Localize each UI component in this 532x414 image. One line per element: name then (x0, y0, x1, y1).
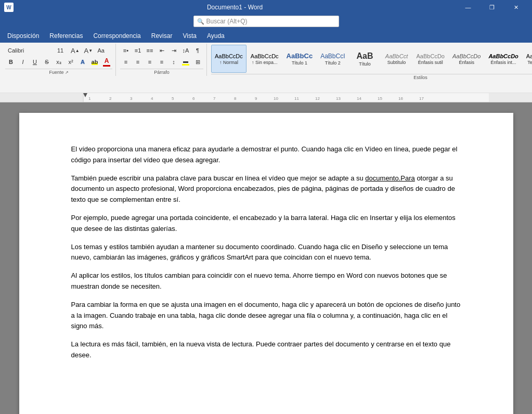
restore-button[interactable]: ❐ (480, 0, 504, 15)
menu-vista[interactable]: Vista (177, 30, 201, 42)
minimize-button[interactable]: — (456, 0, 480, 15)
line-spacing-btn[interactable]: ↕ (168, 56, 179, 68)
change-case-btn[interactable]: Aa (95, 45, 107, 56)
paragraph-group: ≡• ≡1 ≡≡ ⇤ ⇥ ↕A ¶ ≡ ≡ ≡ ≡ ↕ ▬ ⊞ Párrafo (117, 44, 207, 76)
style-normal[interactable]: AaBbCcDc ↑ Normal (211, 45, 246, 73)
ruler-svg: 1 2 3 4 5 6 7 8 9 10 11 12 13 14 15 16 1… (0, 93, 532, 102)
linked-text: documento.Para (365, 174, 414, 182)
svg-text:10: 10 (274, 96, 278, 101)
document-title: Documento1 - Word (14, 4, 456, 11)
svg-text:9: 9 (255, 96, 257, 101)
justify-btn[interactable]: ≡ (156, 56, 167, 68)
style-titulo1[interactable]: AaBbCc Título 1 (283, 45, 317, 73)
para-row2: ≡ ≡ ≡ ≡ ↕ ▬ ⊞ (120, 56, 203, 68)
paragraph-7: La lectura es más fácil, también, en la … (71, 339, 461, 361)
style-sin-espacio[interactable]: AaBbCcDc ↑ Sin espa... (247, 45, 282, 73)
styles-group-label: Estilos (211, 74, 532, 80)
bullets-btn[interactable]: ≡• (120, 45, 132, 56)
svg-text:6: 6 (192, 96, 195, 101)
svg-text:3: 3 (130, 96, 133, 101)
title-bar-left: W (4, 3, 14, 12)
increase-font-btn[interactable]: A▲ (69, 45, 82, 56)
word-logo: W (4, 3, 14, 12)
window-controls: — ❐ ✕ (456, 0, 528, 15)
document-area: El vídeo proporciona una manera eficaz p… (0, 102, 532, 414)
search-icon: 🔍 (197, 18, 204, 25)
svg-rect-3 (489, 93, 532, 102)
search-bar-area: 🔍 Buscar (Alt+Q) (0, 15, 532, 29)
font-group-label: Fuente ↗ (5, 69, 112, 75)
align-center-btn[interactable]: ≡ (132, 56, 144, 68)
toolbar: Calibri 11 A▲ A▼ Aa B I U S x₂ x² A ab A (0, 43, 532, 93)
style-titulo2[interactable]: AaBbCcI Título 2 (317, 45, 348, 73)
menu-ayuda[interactable]: Ayuda (202, 30, 230, 42)
font-color-btn[interactable]: A (101, 56, 112, 68)
font-size-btn[interactable]: 11 (53, 45, 68, 56)
paragraph-3: Por ejemplo, puede agregar una portada c… (71, 213, 461, 235)
paragraph-6: Para cambiar la forma en que se ajusta u… (71, 300, 461, 332)
para-row1: ≡• ≡1 ≡≡ ⇤ ⇥ ↕A ¶ (120, 45, 203, 56)
menu-disposicion[interactable]: Disposición (2, 30, 44, 42)
font-group: Calibri 11 A▲ A▼ Aa B I U S x₂ x² A ab A (2, 44, 116, 76)
superscript-btn[interactable]: x² (65, 56, 76, 68)
svg-text:8: 8 (234, 96, 237, 101)
numbering-btn[interactable]: ≡1 (132, 45, 144, 56)
style-enfasis[interactable]: AaBbCcDo Énfasis (449, 45, 484, 73)
multilevel-btn[interactable]: ≡≡ (144, 45, 155, 56)
svg-text:1: 1 (88, 96, 91, 101)
style-enfasis-int[interactable]: AaBbCcDo Énfasis int... (485, 45, 522, 73)
svg-text:15: 15 (378, 96, 382, 101)
underline-btn[interactable]: U (29, 56, 41, 68)
svg-text:4: 4 (151, 96, 153, 101)
search-placeholder: Buscar (Alt+Q) (206, 18, 248, 25)
svg-text:7: 7 (213, 96, 216, 101)
svg-text:16: 16 (398, 96, 403, 101)
text-effects-btn[interactable]: A (77, 56, 88, 68)
paragraph-group-label: Párrafo (120, 69, 203, 75)
decrease-font-btn[interactable]: A▼ (82, 45, 95, 56)
style-titulo[interactable]: AaB Título (349, 45, 381, 73)
svg-rect-2 (0, 93, 83, 102)
document-page: El vídeo proporciona una manera eficaz p… (19, 113, 513, 414)
align-right-btn[interactable]: ≡ (144, 56, 155, 68)
paragraph-4: Los temas y estilos también ayudan a man… (71, 242, 461, 264)
style-texto-en[interactable]: AaBbCcDc Texto en n... (523, 45, 532, 73)
increase-indent-btn[interactable]: ⇥ (168, 45, 179, 56)
ruler: 1 2 3 4 5 6 7 8 9 10 11 12 13 14 15 16 1… (0, 93, 532, 102)
svg-text:12: 12 (315, 96, 320, 101)
styles-gallery: AaBbCcDc ↑ Normal AaBbCcDc ↑ Sin espa...… (211, 45, 532, 73)
style-enfasis-sutil[interactable]: AaBbCcDo Énfasis sutil (413, 45, 448, 73)
svg-text:2: 2 (109, 96, 112, 101)
sort-btn[interactable]: ↕A (180, 45, 191, 56)
paragraph-5: Al aplicar los estilos, los títulos camb… (71, 270, 461, 292)
paragraph-2: También puede escribir una palabra clave… (71, 173, 461, 205)
italic-btn[interactable]: I (17, 56, 29, 68)
highlight-btn[interactable]: ab (89, 56, 100, 68)
align-left-btn[interactable]: ≡ (120, 56, 132, 68)
decrease-indent-btn[interactable]: ⇤ (156, 45, 167, 56)
strikethrough-btn[interactable]: S (41, 56, 53, 68)
search-box[interactable]: 🔍 Buscar (Alt+Q) (193, 16, 339, 27)
svg-text:14: 14 (357, 96, 361, 101)
title-bar: W Documento1 - Word — ❐ ✕ (0, 0, 532, 15)
subscript-btn[interactable]: x₂ (53, 56, 64, 68)
menu-referencias[interactable]: Referencias (44, 30, 88, 42)
paragraph-1: El vídeo proporciona una manera eficaz p… (71, 144, 461, 166)
svg-text:11: 11 (294, 96, 299, 101)
show-marks-btn[interactable]: ¶ (192, 45, 203, 56)
menu-revisar[interactable]: Revisar (146, 30, 178, 42)
svg-text:13: 13 (336, 96, 341, 101)
style-subtitulo[interactable]: AaBbCct Subtítulo (381, 45, 412, 73)
font-row2: B I U S x₂ x² A ab A (5, 56, 112, 68)
svg-text:5: 5 (172, 96, 174, 101)
svg-text:17: 17 (419, 96, 424, 101)
font-row1: Calibri 11 A▲ A▼ Aa (5, 45, 112, 56)
bold-btn[interactable]: B (5, 56, 17, 68)
menu-correspondencia[interactable]: Correspondencia (88, 30, 146, 42)
styles-group: AaBbCcDc ↑ Normal AaBbCcDc ↑ Sin espa...… (208, 44, 532, 81)
shading-btn[interactable]: ▬ (180, 56, 191, 68)
font-name-btn[interactable]: Calibri (5, 45, 52, 56)
menu-bar: Disposición Referencias Correspondencia … (0, 29, 532, 43)
borders-btn[interactable]: ⊞ (192, 56, 203, 68)
close-button[interactable]: ✕ (504, 0, 528, 15)
